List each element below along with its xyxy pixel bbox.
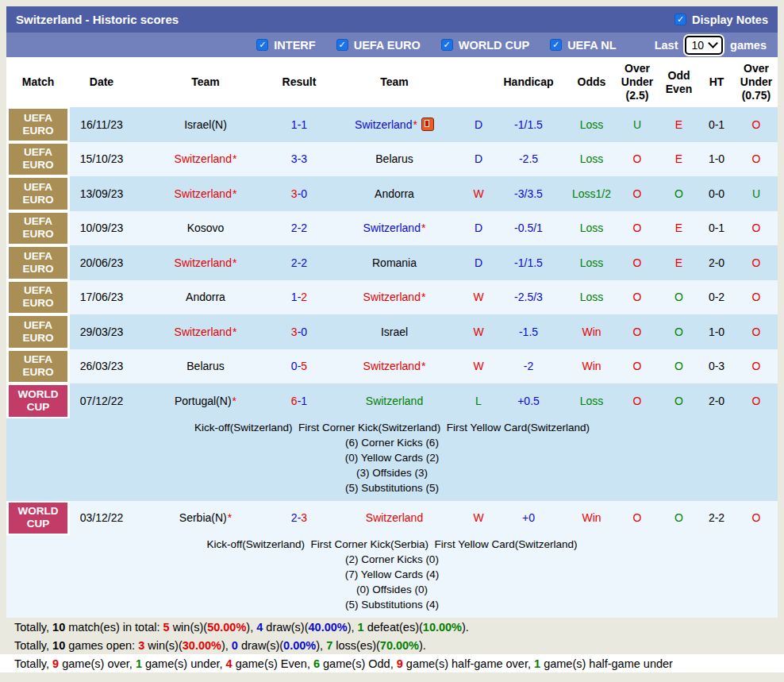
- away-team: Switzerland*: [321, 291, 468, 303]
- away-score: 0: [301, 326, 307, 338]
- checkbox-checked-icon[interactable]: ✓: [256, 39, 268, 51]
- team-name[interactable]: Switzerland: [175, 326, 232, 338]
- filter-label: UEFA EURO: [354, 39, 421, 52]
- match-date: 13/09/23: [70, 187, 133, 200]
- summary-segment: Totally,: [14, 621, 52, 634]
- table-header: MatchDateTeamResultTeamHandicapOddsOver …: [6, 57, 778, 107]
- filter-world-cup[interactable]: ✓WORLD CUP: [441, 39, 529, 52]
- match-result: 6-1: [278, 395, 321, 407]
- half-time-score: 0-2: [698, 291, 735, 303]
- home-score: 6: [291, 395, 298, 407]
- competition-cell: WORLD CUP: [6, 501, 70, 536]
- team-name[interactable]: Israel(N): [184, 118, 227, 131]
- competition-badge: UEFA EURO: [9, 316, 67, 348]
- summary-segment: 10.00%: [423, 621, 462, 634]
- team-name[interactable]: Switzerland: [175, 152, 232, 165]
- column-header: Over Under (0.75): [735, 62, 778, 102]
- summary-segment: 50.00%: [207, 621, 246, 634]
- competition-cell: UEFA EURO: [6, 142, 70, 177]
- notes-line: (3) Offsides (3): [6, 465, 778, 480]
- handicap-result: W: [468, 360, 489, 372]
- team-name[interactable]: Portugal(N): [175, 395, 232, 407]
- checkbox-checked-icon[interactable]: ✓: [674, 13, 686, 25]
- match-notes: Kick-off(Switzerland) First Corner Kick(…: [6, 535, 778, 618]
- display-notes-toggle[interactable]: ✓ Display Notes: [674, 13, 768, 26]
- match-row: WORLD CUP07/12/22Portugal(N)*6-1Switzerl…: [6, 383, 778, 418]
- summary-segment: Totally,: [14, 657, 52, 670]
- over-under-2-5: O: [615, 187, 659, 200]
- odds-result: Loss: [568, 152, 615, 165]
- match-date: 07/12/22: [70, 395, 133, 407]
- match-row: UEFA EURO13/09/23Switzerland*3-0AndorraW…: [6, 176, 778, 211]
- handicap-result: D: [468, 222, 489, 234]
- over-under-2-5: U: [615, 118, 659, 131]
- checkbox-checked-icon[interactable]: ✓: [441, 39, 453, 51]
- summary-segment: 70.00%: [380, 639, 419, 652]
- odds-result: Loss: [568, 395, 615, 407]
- odds-result: Loss: [568, 118, 615, 131]
- match-row: UEFA EURO10/09/23Kosovo2-2Switzerland*D-…: [6, 211, 778, 246]
- filter-interf[interactable]: ✓INTERF: [256, 39, 315, 52]
- competition-cell: UEFA EURO: [6, 211, 70, 246]
- home-team: Switzerland*: [133, 152, 278, 165]
- summary-segment: defeat(es)(: [364, 621, 423, 634]
- summary-segment: draw(s)(: [238, 639, 283, 652]
- over-under-2-5: O: [615, 360, 659, 372]
- team-name[interactable]: Serbia(N): [179, 511, 227, 524]
- handicap-result: L: [468, 395, 489, 407]
- competition-cell: WORLD CUP: [6, 383, 70, 418]
- away-score: 2: [301, 291, 307, 303]
- team-name[interactable]: Switzerland: [175, 187, 232, 200]
- odds-result: Loss: [568, 291, 615, 303]
- team-name[interactable]: Belarus: [186, 360, 224, 372]
- home-team: Portugal(N)*: [133, 395, 278, 407]
- notes-line: (0) Offsides (0): [6, 582, 778, 597]
- filter-uefa-nl[interactable]: ✓UEFA NL: [550, 39, 617, 52]
- team-name[interactable]: Switzerland: [175, 256, 232, 269]
- checkbox-checked-icon[interactable]: ✓: [550, 39, 562, 51]
- checkbox-checked-icon[interactable]: ✓: [336, 39, 348, 51]
- summary-segment: ),: [348, 621, 358, 634]
- filter-label: UEFA NL: [567, 39, 617, 52]
- summary-footer: Totally, 10 match(es) in total: 5 win(s)…: [6, 618, 778, 672]
- team-name[interactable]: Romania: [372, 256, 417, 269]
- team-name[interactable]: Belarus: [375, 152, 413, 165]
- competition-badge: UEFA EURO: [9, 109, 67, 141]
- competition-badge: UEFA EURO: [9, 282, 67, 314]
- team-name[interactable]: Switzerland: [363, 222, 421, 234]
- team-name[interactable]: Switzerland: [363, 360, 421, 372]
- filter-label: WORLD CUP: [459, 39, 529, 52]
- team-name[interactable]: Switzerland: [355, 118, 412, 131]
- match-row: UEFA EURO17/06/23Andorra1-2Switzerland*W…: [6, 280, 778, 315]
- home-team: Kosovo: [133, 222, 278, 234]
- handicap-value: -1/1.5: [489, 118, 568, 131]
- team-name[interactable]: Switzerland: [366, 395, 423, 407]
- team-name[interactable]: Andorra: [186, 291, 225, 303]
- notes-line: (6) Corner Kicks (6): [6, 435, 778, 450]
- last-games-select[interactable]: 10: [685, 36, 723, 55]
- match-result: 2-3: [278, 511, 321, 524]
- filter-uefa-euro[interactable]: ✓UEFA EURO: [336, 39, 421, 52]
- team-name[interactable]: Israel: [381, 326, 408, 338]
- notes-line: (2) Corner Kicks (0): [6, 552, 778, 567]
- team-name[interactable]: Andorra: [375, 187, 414, 200]
- odd-even: O: [659, 326, 698, 338]
- competition-cell: UEFA EURO: [6, 245, 70, 280]
- handicap-result: D: [468, 152, 489, 165]
- competition-cell: UEFA EURO: [6, 314, 70, 349]
- team-name[interactable]: Kosovo: [187, 222, 225, 234]
- summary-segment: match(es) in total:: [65, 621, 163, 634]
- home-score: 3: [291, 187, 298, 200]
- summary-segment: 3: [138, 639, 144, 652]
- summary-segment: ),: [246, 621, 256, 634]
- home-score: 1: [291, 291, 298, 303]
- match-result: 3-0: [278, 326, 321, 338]
- team-name[interactable]: Switzerland: [363, 291, 421, 303]
- over-under-0-75: O: [735, 256, 778, 269]
- home-team: Belarus: [133, 360, 278, 372]
- team-name[interactable]: Switzerland: [366, 511, 423, 524]
- away-team: Israel: [321, 326, 468, 338]
- competition-badge: WORLD CUP: [9, 385, 67, 417]
- summary-segment: game(s) half-game over,: [403, 657, 534, 670]
- match-date: 15/10/23: [70, 152, 133, 165]
